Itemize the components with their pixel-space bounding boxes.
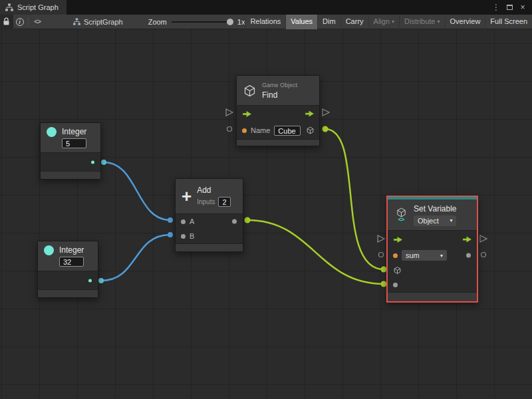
flow-row <box>388 231 477 248</box>
wire-integer5-to-add-a[interactable] <box>104 162 170 220</box>
flow-in-arrow-icon[interactable] <box>393 236 403 243</box>
wire-integer32-to-add-b[interactable] <box>101 235 170 281</box>
graph-icon <box>5 3 13 11</box>
toolbar-buttons: Relations Values Dim Carry Align▾ Distri… <box>245 15 532 29</box>
wire-find-to-setvariable-object[interactable] <box>325 129 384 269</box>
flow-port-setvariable-assign[interactable] <box>378 235 384 242</box>
node-title: Set Variable <box>414 204 456 213</box>
port-label: B <box>190 232 194 240</box>
relations-button[interactable]: Relations <box>245 15 285 29</box>
output-port-dot[interactable] <box>232 219 237 224</box>
flow-row <box>237 106 319 122</box>
port-find-name-input[interactable] <box>227 127 232 132</box>
info-icon: i <box>16 18 24 26</box>
zoom-control: Zoom 1x <box>148 18 245 26</box>
node-set-variable[interactable]: <> Set Variable Object ▾ <box>386 196 478 303</box>
add-icon: + <box>182 189 192 203</box>
window-controls: ⋮ × <box>491 0 532 15</box>
output-port-dot[interactable] <box>466 253 471 258</box>
window-menu-icon[interactable]: ⋮ <box>491 2 501 13</box>
zoom-slider-knob[interactable] <box>227 19 233 25</box>
node-title: Integer <box>62 127 86 136</box>
input-port-dot[interactable] <box>393 283 398 287</box>
node-add[interactable]: + Add Inputs 2 A B <box>175 178 243 252</box>
tab-title: Script Graph <box>17 3 59 11</box>
flow-in-arrow-icon[interactable] <box>242 110 252 118</box>
variable-kind-dropdown[interactable]: Object ▾ <box>414 215 456 226</box>
graph-canvas[interactable]: Integer 5 Integer 32 + Add <box>0 29 532 399</box>
value-input-row <box>388 277 477 292</box>
name-value-field[interactable]: Cube <box>274 126 301 136</box>
port-integer5-output[interactable] <box>101 160 106 165</box>
node-title: Integer <box>59 245 84 255</box>
values-button[interactable]: Values <box>285 15 317 29</box>
tab-script-graph[interactable]: Script Graph <box>0 0 66 15</box>
port-setvariable-output[interactable] <box>481 253 486 257</box>
flow-out-arrow-icon[interactable] <box>462 236 472 243</box>
lock-icon <box>3 17 10 26</box>
flow-port-find-enter[interactable] <box>226 109 233 116</box>
port-add-input-a[interactable] <box>168 217 173 223</box>
port-row-a: A <box>176 214 243 229</box>
node-title: Find <box>262 90 297 100</box>
flow-port-setvariable-assigned[interactable] <box>480 235 487 242</box>
dim-button[interactable]: Dim <box>317 15 340 29</box>
integer-type-icon <box>44 245 54 255</box>
cube-icon <box>243 84 257 98</box>
port-label: A <box>190 217 194 225</box>
toolbar-divider <box>28 17 29 27</box>
param-label: Name <box>251 126 270 134</box>
align-button[interactable]: Align▾ <box>368 15 399 29</box>
maximize-icon[interactable] <box>504 2 515 13</box>
code-preview-button[interactable]: <> <box>31 15 44 29</box>
inputs-count-field[interactable]: 2 <box>218 197 230 207</box>
close-icon[interactable]: × <box>517 2 528 13</box>
lock-button[interactable] <box>0 15 13 29</box>
node-title: Add <box>197 186 230 195</box>
string-port-dot[interactable] <box>242 128 247 133</box>
chevron-down-icon: ▾ <box>450 217 452 223</box>
node-integer-32[interactable]: Integer 32 <box>37 241 98 298</box>
wire-add-to-setvariable-value[interactable] <box>247 220 384 284</box>
overview-button[interactable]: Overview <box>445 15 485 29</box>
variable-angle-icon: <> <box>398 216 404 223</box>
code-icon: <> <box>34 18 41 25</box>
integer-value-field[interactable]: 5 <box>62 138 86 148</box>
window-titlebar: Script Graph ⋮ × <box>0 0 532 15</box>
gameobject-target-icon[interactable] <box>393 266 402 275</box>
flow-out-arrow-icon[interactable] <box>305 110 315 118</box>
chevron-down-icon: ▾ <box>392 15 394 29</box>
name-param-row: Name Cube <box>237 122 319 139</box>
object-target-row <box>388 263 477 277</box>
variable-name-row: sum ▾ <box>388 248 477 263</box>
inputs-label: Inputs <box>197 198 215 205</box>
inspect-button[interactable]: i <box>13 15 27 29</box>
string-port-dot[interactable] <box>393 253 398 258</box>
zoom-slider[interactable] <box>172 21 233 23</box>
flow-port-find-exit[interactable] <box>323 109 329 116</box>
chevron-down-icon: ▾ <box>438 15 440 29</box>
zoom-label: Zoom <box>148 18 167 26</box>
port-setvariable-name-input[interactable] <box>379 253 384 257</box>
output-port-dot[interactable] <box>88 279 92 282</box>
port-add-input-b[interactable] <box>168 232 173 237</box>
distribute-button[interactable]: Distribute▾ <box>399 15 444 29</box>
carry-button[interactable]: Carry <box>340 15 368 29</box>
integer-value-field[interactable]: 32 <box>59 257 84 267</box>
graph-breadcrumb[interactable]: ScriptGraph <box>73 18 123 26</box>
input-port-dot[interactable] <box>181 219 186 224</box>
port-integer32-output[interactable] <box>98 278 104 283</box>
node-gameobject-find[interactable]: Game Object Find Name Cube <box>236 75 320 146</box>
zoom-value: 1x <box>237 18 245 26</box>
input-port-dot[interactable] <box>181 234 186 239</box>
node-category: Game Object <box>262 82 297 88</box>
port-find-output[interactable] <box>323 126 329 132</box>
variable-name-dropdown[interactable]: sum ▾ <box>402 250 447 261</box>
node-integer-5[interactable]: Integer 5 <box>40 122 101 180</box>
fullscreen-button[interactable]: Full Screen <box>485 15 532 29</box>
gameobject-output-icon[interactable] <box>306 126 315 135</box>
output-port-dot[interactable] <box>91 160 94 164</box>
port-add-output[interactable] <box>245 217 251 223</box>
variable-icon: <> <box>394 207 408 223</box>
chevron-down-icon: ▾ <box>440 253 443 259</box>
